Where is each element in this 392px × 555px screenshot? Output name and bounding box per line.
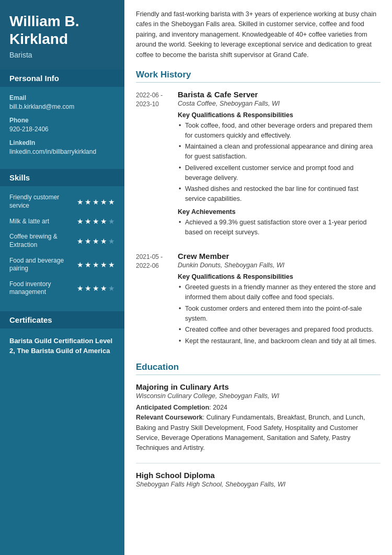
list-item: Created coffee and other beverages and p… — [178, 325, 381, 335]
skill-item: Food and beverage pairing★★★★★ — [9, 257, 115, 273]
candidate-name: William B. Kirkland — [9, 13, 115, 48]
email-item: Email bill.b.kirkland@me.com — [9, 94, 115, 110]
star-icon: ★ — [77, 237, 84, 245]
star-icon: ★ — [77, 198, 84, 206]
list-item: Took customer orders and entered them in… — [178, 304, 381, 324]
star-icon: ★ — [108, 217, 115, 225]
star-icon: ★ — [100, 284, 107, 292]
star-icon: ★ — [108, 260, 115, 269]
skill-stars: ★★★★★ — [77, 198, 115, 206]
skill-item: Friendly customer service★★★★★ — [9, 194, 115, 210]
skill-stars: ★★★★★ — [77, 217, 115, 225]
list-item: Maintained a clean and professional appe… — [178, 142, 381, 162]
education-entry: High School DiplomaSheboygan Falls High … — [136, 471, 381, 488]
star-icon: ★ — [108, 198, 115, 206]
qualifications-label: Key Qualifications & Responsibilities — [178, 111, 381, 119]
skill-item: Food inventory management★★★★★ — [9, 280, 115, 297]
edu-anticipated: Anticipated Completion: 2024 — [136, 403, 381, 413]
qualifications-label: Key Qualifications & Responsibilities — [178, 273, 381, 280]
edu-school: Sheboygan Falls High School, Sheboygan F… — [136, 481, 381, 488]
work-history-title: Work History — [136, 70, 381, 83]
phone-value: 920-218-2406 — [9, 126, 49, 133]
qualifications-list: Took coffee, food, and other beverage or… — [178, 121, 381, 204]
star-icon: ★ — [85, 237, 91, 245]
star-icon: ★ — [108, 284, 115, 292]
linkedin-value: linkedin.com/in/billbarrykirkland — [9, 148, 96, 155]
work-history-section: Work History 2022-06 - 2023-10Barista & … — [136, 70, 381, 350]
star-icon: ★ — [85, 284, 91, 292]
sidebar: William B. Kirkland Barista Personal Inf… — [0, 0, 124, 555]
star-icon: ★ — [93, 260, 99, 269]
achievements-label: Key Achievements — [178, 208, 381, 216]
personal-info-section: Email bill.b.kirkland@me.com Phone 920-2… — [0, 87, 124, 169]
star-icon: ★ — [100, 198, 107, 206]
sidebar-header: William B. Kirkland Barista — [0, 0, 124, 70]
star-icon: ★ — [93, 237, 99, 245]
star-icon: ★ — [77, 284, 84, 292]
work-company: Costa Coffee, Sheboygan Falls, WI — [178, 100, 381, 107]
star-icon: ★ — [85, 260, 91, 269]
star-icon: ★ — [77, 260, 84, 269]
phone-label: Phone — [9, 117, 115, 124]
skill-item: Milk & latte art★★★★★ — [9, 217, 115, 225]
qualifications-list: Greeted guests in a friendly manner as t… — [178, 282, 381, 346]
skills-header: Skills — [0, 169, 124, 186]
list-item: Delivered excellent customer service and… — [178, 163, 381, 183]
skill-name: Food and beverage pairing — [9, 257, 77, 273]
star-icon: ★ — [85, 217, 91, 225]
skill-stars: ★★★★★ — [77, 237, 115, 245]
skill-stars: ★★★★★ — [77, 260, 115, 269]
star-icon: ★ — [100, 217, 107, 225]
skill-name: Friendly customer service — [9, 194, 77, 210]
edu-title: Majoring in Culinary Arts — [136, 382, 381, 391]
star-icon: ★ — [100, 237, 107, 245]
personal-info-header: Personal Info — [0, 70, 124, 87]
list-item: Washed dishes and restocked the bar line… — [178, 184, 381, 204]
skill-name: Coffee brewing & Extraction — [9, 233, 77, 249]
skill-name: Food inventory management — [9, 280, 77, 297]
summary-text: Friendly and fast-working barista with 3… — [136, 9, 381, 60]
star-icon: ★ — [93, 198, 99, 206]
linkedin-item: LinkedIn linkedin.com/in/billbarrykirkla… — [9, 139, 115, 155]
candidate-title: Barista — [9, 51, 115, 59]
star-icon: ★ — [93, 284, 99, 292]
skill-name: Milk & latte art — [9, 218, 77, 226]
work-entry: 2021-05 - 2022-06Crew MemberDunkin Donut… — [136, 252, 381, 350]
work-details: Crew MemberDunkin Donuts, Sheboygan Fall… — [178, 252, 381, 350]
star-icon: ★ — [100, 260, 107, 269]
education-section: Education Majoring in Culinary ArtsWisco… — [136, 362, 381, 488]
achievements-list: Achieved a 99.3% guest satisfaction stor… — [178, 218, 381, 237]
list-item: Took coffee, food, and other beverage or… — [178, 121, 381, 141]
star-icon: ★ — [77, 217, 84, 225]
edu-title: High School Diploma — [136, 471, 381, 480]
email-label: Email — [9, 94, 115, 101]
work-entry: 2022-06 - 2023-10Barista & Cafe ServerCo… — [136, 90, 381, 242]
education-title: Education — [136, 362, 381, 375]
skills-section: Friendly customer service★★★★★Milk & lat… — [0, 186, 124, 311]
certs-section: Barista Guild Certification Level 2, The… — [0, 329, 124, 364]
list-item: Greeted guests in a friendly manner as t… — [178, 282, 381, 302]
phone-item: Phone 920-218-2406 — [9, 117, 115, 133]
work-title: Crew Member — [178, 252, 381, 260]
edu-school: Wisconsin Culinary College, Sheboygan Fa… — [136, 392, 381, 400]
star-icon: ★ — [85, 198, 91, 206]
email-value: bill.b.kirkland@me.com — [9, 103, 74, 110]
star-icon: ★ — [93, 217, 99, 225]
education-entry: Majoring in Culinary ArtsWisconsin Culin… — [136, 382, 381, 454]
list-item: Achieved a 99.3% guest satisfaction stor… — [178, 218, 381, 237]
work-company: Dunkin Donuts, Sheboygan Falls, WI — [178, 262, 381, 269]
skill-stars: ★★★★★ — [77, 284, 115, 292]
work-details: Barista & Cafe ServerCosta Coffee, Shebo… — [178, 90, 381, 242]
skill-item: Coffee brewing & Extraction★★★★★ — [9, 233, 115, 249]
list-item: Kept the restaurant, line, and backroom … — [178, 336, 381, 346]
star-icon: ★ — [108, 237, 115, 245]
work-dates: 2021-05 - 2022-06 — [136, 252, 178, 350]
certs-header: Certificates — [0, 311, 124, 329]
edu-coursework: Relevant Coursework: Culinary Fundamenta… — [136, 413, 381, 454]
cert-text: Barista Guild Certification Level 2, The… — [9, 336, 115, 356]
work-title: Barista & Cafe Server — [178, 90, 381, 99]
work-dates: 2022-06 - 2023-10 — [136, 90, 178, 242]
linkedin-label: LinkedIn — [9, 139, 115, 146]
main-content: Friendly and fast-working barista with 3… — [124, 0, 392, 555]
